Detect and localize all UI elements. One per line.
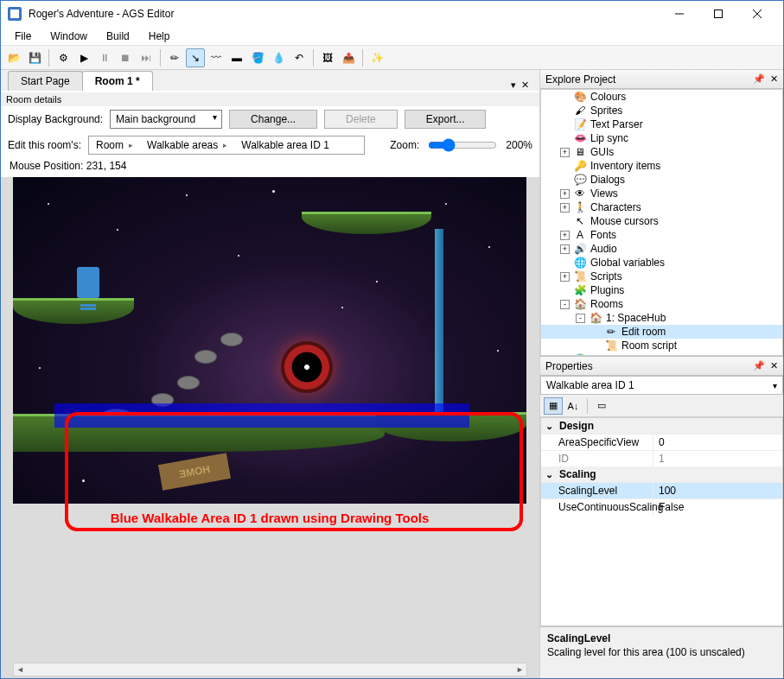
tree-item[interactable]: 🎨Colours <box>541 90 782 104</box>
change-bg-button[interactable]: Change... <box>229 110 317 129</box>
panel-close-icon[interactable]: ✕ <box>770 73 778 85</box>
mouse-position-label: Mouse Position: 231, 154 <box>1 158 539 174</box>
property-value[interactable]: 100 <box>653 483 782 498</box>
tree-item[interactable]: +👁Views <box>541 187 782 200</box>
undo-icon[interactable]: ↶ <box>290 48 309 67</box>
tree-node-icon: 🔑 <box>573 159 587 173</box>
expand-icon[interactable]: - <box>560 300 570 309</box>
expand-icon[interactable]: + <box>560 272 570 282</box>
open-icon[interactable]: 📂 <box>4 48 23 67</box>
menu-file[interactable]: File <box>6 29 40 44</box>
run-icon[interactable]: ▶ <box>74 48 93 67</box>
minimize-button[interactable] <box>660 2 698 26</box>
delete-bg-button[interactable]: Delete <box>324 110 398 129</box>
room-details-label: Room details <box>1 92 539 106</box>
tree-node-label: Rooms <box>590 298 623 310</box>
expand-icon[interactable]: + <box>560 189 570 199</box>
tab-room-1[interactable]: Room 1 * <box>82 71 153 91</box>
tree-item[interactable]: +📜Scripts <box>541 270 782 283</box>
settings-icon[interactable]: ✨ <box>367 48 386 67</box>
pause-icon[interactable]: ⏸ <box>95 48 114 67</box>
tree-node-label: Views <box>590 187 618 200</box>
property-category[interactable]: ⌄Scaling <box>541 466 782 482</box>
expand-icon[interactable]: + <box>560 203 570 213</box>
tree-item[interactable]: +🚶Characters <box>541 200 782 214</box>
tree-item[interactable]: +AFonts <box>541 228 782 242</box>
project-tree[interactable]: 🎨Colours🖌Sprites📝Text Parser👄Lip sync+🖥G… <box>540 89 783 356</box>
tree-node-label: Plugins <box>590 284 624 296</box>
pin-icon[interactable]: 📌 <box>753 360 765 371</box>
tree-item[interactable]: -🏠Rooms <box>541 297 782 311</box>
eyedrop-tool-icon[interactable]: 💧 <box>269 48 288 67</box>
tree-item[interactable]: ✏Edit room <box>541 325 782 339</box>
property-value[interactable]: False <box>653 499 782 515</box>
tree-item[interactable]: 🧩Plugins <box>541 283 782 297</box>
tree-item[interactable]: 📝Text Parser <box>541 117 782 131</box>
room-canvas-viewport[interactable]: HOME Blue Walkable Area ID 1 drawn using… <box>1 177 539 678</box>
background-select[interactable]: Main background <box>110 110 222 129</box>
tree-item[interactable]: +🔊Audio <box>541 242 782 256</box>
property-pages-icon[interactable]: ▭ <box>592 397 611 415</box>
expand-icon[interactable]: + <box>560 244 570 254</box>
tree-node-label: Text Parser <box>590 118 643 130</box>
platform <box>302 212 431 234</box>
tree-node-icon: 🏠 <box>573 297 587 311</box>
sort-az-icon[interactable]: A↓ <box>564 397 583 415</box>
property-object-select[interactable]: Walkable area ID 1 <box>540 376 783 395</box>
tab-start-page[interactable]: Start Page <box>8 71 83 91</box>
export-bg-button[interactable]: Export... <box>405 110 487 129</box>
pin-icon[interactable]: 📌 <box>753 73 765 85</box>
expand-icon[interactable]: + <box>560 231 570 240</box>
import-bg-icon[interactable]: 🖼 <box>318 48 337 67</box>
menu-help[interactable]: Help <box>140 29 179 44</box>
close-button[interactable] <box>737 2 776 26</box>
categorize-icon[interactable]: ▦ <box>544 397 563 415</box>
tree-item[interactable]: ↖Mouse cursors <box>541 214 782 228</box>
tree-item[interactable]: 📜Room script <box>541 339 782 352</box>
crumb-walkable-id[interactable]: Walkable area ID 1 <box>241 139 329 151</box>
export-bg-icon[interactable]: 📤 <box>339 48 358 67</box>
expand-icon[interactable]: - <box>576 314 585 323</box>
expand-icon[interactable]: + <box>560 355 570 357</box>
property-value[interactable]: 0 <box>653 435 782 450</box>
property-row[interactable]: ScalingLevel100 <box>541 482 782 498</box>
save-icon[interactable]: 💾 <box>25 48 44 67</box>
line-tool-icon[interactable]: ↘ <box>186 48 205 67</box>
expand-icon[interactable]: + <box>560 148 570 157</box>
crumb-walkable-areas[interactable]: Walkable areas <box>147 139 218 151</box>
rect-tool-icon[interactable]: ▬ <box>227 48 246 67</box>
tree-item[interactable]: +🌍Translations <box>541 352 782 356</box>
tree-item[interactable]: 💬Dialogs <box>541 173 782 187</box>
fill-tool-icon[interactable]: 🪣 <box>248 48 267 67</box>
tree-item[interactable]: 👄Lip sync <box>541 131 782 145</box>
step-icon[interactable]: ⏭ <box>137 48 156 67</box>
menu-window[interactable]: Window <box>41 29 96 44</box>
tree-item[interactable]: 🖌Sprites <box>541 104 782 117</box>
tree-item[interactable]: 🔑Inventory items <box>541 159 782 173</box>
build-icon[interactable]: ⚙ <box>54 48 73 67</box>
panel-close-icon[interactable]: ✕ <box>770 360 778 371</box>
tab-close-icon[interactable]: ✕ <box>521 79 529 91</box>
crumb-room[interactable]: Room <box>96 139 124 151</box>
property-grid[interactable]: ⌄DesignAreaSpecificView0ID1⌄ScalingScali… <box>540 417 783 626</box>
tree-item[interactable]: 🌐Global variables <box>541 256 782 270</box>
menu-build[interactable]: Build <box>98 29 138 44</box>
tree-node-label: Edit room <box>621 326 666 338</box>
zoom-slider[interactable] <box>428 138 497 152</box>
property-category[interactable]: ⌄Design <box>541 418 782 434</box>
property-row[interactable]: UseContinuousScalingFalse <box>541 498 782 515</box>
property-row[interactable]: AreaSpecificView0 <box>541 434 782 450</box>
freehand-tool-icon[interactable]: 〰 <box>207 48 226 67</box>
horizontal-scrollbar[interactable] <box>13 663 527 676</box>
tree-item[interactable]: +🖥GUIs <box>541 145 782 159</box>
stop-icon[interactable]: ⏹ <box>116 48 135 67</box>
select-tool-icon[interactable]: ✏ <box>165 48 184 67</box>
property-row[interactable]: ID1 <box>541 450 782 466</box>
tab-menu-dropdown-icon[interactable]: ▾ <box>511 79 516 91</box>
property-value[interactable]: 1 <box>653 451 782 466</box>
maximize-button[interactable] <box>698 2 737 26</box>
titlebar: Roger's Adventure - AGS Editor <box>1 1 783 27</box>
breadcrumb[interactable]: Room▸ Walkable areas▸ Walkable area ID 1 <box>88 136 365 155</box>
tree-item[interactable]: -🏠1: SpaceHub <box>541 311 782 325</box>
tree-node-icon: 👁 <box>573 187 587 200</box>
